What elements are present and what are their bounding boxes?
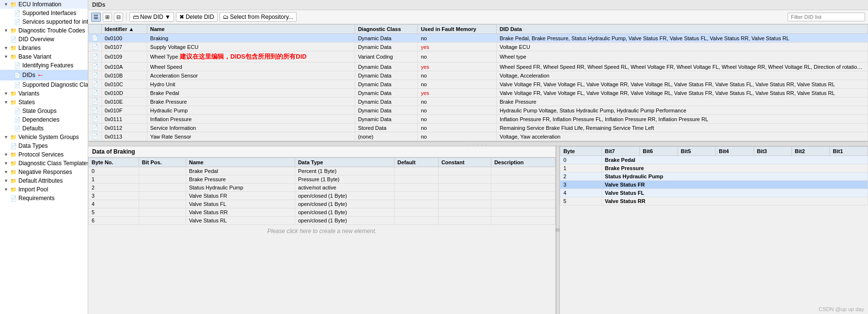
col-description[interactable]: Description — [491, 158, 555, 167]
col-data-type[interactable]: Data Type — [295, 158, 394, 167]
data-table-row[interactable]: 6Valve Status RLopen/closed (1 Byte) — [89, 217, 555, 225]
bit-table-row[interactable]: 0Brake Pedal — [560, 156, 868, 164]
col-bit5[interactable]: Bit5 — [678, 147, 715, 156]
col-bit3[interactable]: Bit3 — [754, 147, 791, 156]
data-cell-bit — [139, 217, 186, 225]
row-fault-memory: yes — [418, 89, 497, 97]
data-cell-byte: 5 — [89, 208, 139, 217]
table-row[interactable]: 📄0x0100BrakingDynamic DatanoBrake Pedal,… — [89, 34, 868, 43]
bit-table-row[interactable]: 4Valve Status FL — [560, 189, 868, 197]
sidebar-item-negative-responses[interactable]: ▼📁Negative Responses — [0, 168, 88, 176]
view-grid-btn[interactable]: ⊞ — [103, 13, 112, 22]
table-row[interactable]: 📄0x0111Inflation PressureDynamic DatanoI… — [89, 115, 868, 124]
sidebar-item-supported-interfaces[interactable]: 📄Supported Interfaces — [0, 9, 88, 17]
main-panel: DIDs ☰ ⊞ ⊟ 🗃 New DID ▼ ✖ Delete DID 🗂 Se… — [88, 0, 868, 314]
view-list-btn[interactable]: ☰ — [91, 13, 101, 22]
bit-table-row[interactable]: 3Valve Status FR — [560, 181, 868, 189]
new-did-btn[interactable]: 🗃 New DID ▼ — [129, 12, 174, 22]
col-did-data[interactable]: DID Data — [496, 25, 868, 34]
bit-table-row[interactable]: 5Valve Status RR — [560, 197, 868, 205]
sidebar-item-vehicle-system-groups[interactable]: ▼📁Vehicle System Groups — [0, 133, 88, 141]
bit-table-row[interactable]: 2Status Hydraulic Pump — [560, 173, 868, 181]
col-identifier[interactable]: Identifier ▲ — [102, 25, 147, 34]
table-row[interactable]: 📄0x010CHydro UnitDynamic DatanoValve Vol… — [89, 80, 868, 89]
sidebar-item-dependencies[interactable]: 📄Dependencies — [0, 115, 88, 124]
filter-input[interactable] — [788, 13, 865, 21]
sidebar-item-data-types[interactable]: 📄Data Types — [0, 141, 88, 150]
sidebar-label-vehicle-system-groups: Vehicle System Groups — [18, 134, 79, 141]
sidebar-label-ecu-info: ECU Information — [18, 1, 62, 8]
table-row[interactable]: 📄0x0112Service InformationStored DatanoR… — [89, 124, 868, 132]
sidebar-item-supported-diag-classes[interactable]: 📄Supported Diagnostic Classes — [0, 80, 88, 89]
col-bit4[interactable]: Bit4 — [716, 147, 754, 156]
sidebar-item-diagnostic-class-templates[interactable]: ▼📁Diagnostic Class Templates — [0, 159, 88, 168]
repo-icon: 🗂 — [223, 14, 229, 20]
data-panel-table: Byte No. Bit Pos. Name Data Type Default… — [88, 157, 555, 314]
bit-byte: 3 — [560, 181, 602, 189]
col-default[interactable]: Default — [395, 158, 439, 167]
col-bit7[interactable]: Bit7 — [601, 147, 639, 156]
data-table-row[interactable]: 0Brake PedalPercent (1 Byte) — [89, 167, 555, 175]
sidebar-item-requirements[interactable]: 📄Requirements — [0, 194, 88, 203]
delete-icon: ✖ — [179, 14, 184, 20]
row-did-data: Brake Pressure — [496, 97, 868, 106]
table-row[interactable]: 📄0x0109Wheel Type 建议在这里编辑，DIDS包含所用到的所有DI… — [89, 51, 868, 63]
col-bit-pos[interactable]: Bit Pos. — [139, 158, 186, 167]
table-row[interactable]: 📄0x010DBrake PedalDynamic DatayesValve V… — [89, 89, 868, 97]
row-fault-memory: no — [418, 51, 497, 63]
table-row[interactable]: 📄0x010FHydraulic PumpDynamic DatanoHydra… — [89, 106, 868, 115]
col-bit1[interactable]: Bit1 — [830, 147, 868, 156]
table-row[interactable]: 📄0x0107Supply Voltage ECUDynamic Datayes… — [89, 43, 868, 51]
row-name: Brake Pedal — [147, 89, 355, 97]
table-row[interactable]: 📄0x010EBrake PressureDynamic DatanoBrake… — [89, 97, 868, 106]
col-constant[interactable]: Constant — [438, 158, 491, 167]
delete-did-btn[interactable]: ✖ Delete DID — [176, 12, 218, 22]
sidebar-item-defaults[interactable]: 📄Defaults — [0, 124, 88, 133]
col-bit6[interactable]: Bit6 — [640, 147, 678, 156]
data-panel-title: Data of Braking — [88, 146, 555, 157]
sidebar-item-dids[interactable]: 📄DIDs ← — [0, 70, 88, 80]
select-repo-btn[interactable]: 🗂 Select from Repository... — [220, 12, 297, 22]
watermark: CSDN @up up day — [819, 306, 864, 312]
bit-name: Valve Status FL — [601, 189, 868, 197]
col-data-name[interactable]: Name — [186, 158, 295, 167]
sidebar-item-identifying-features[interactable]: 📄Identifying Features — [0, 61, 88, 70]
sidebar-item-ecu-info[interactable]: ▼📁ECU Information — [0, 0, 88, 9]
col-byte[interactable]: Byte — [560, 147, 602, 156]
sidebar-item-variants[interactable]: ▼📁Variants — [0, 89, 88, 98]
table-row[interactable]: 📄0x0113Yaw Rate Sensor(none)noVoltage, Y… — [89, 132, 868, 141]
vertical-resizer[interactable]: ||| — [556, 146, 560, 314]
table-row[interactable]: 📄0x010BAcceleration SensorDynamic Datano… — [89, 71, 868, 80]
sidebar-item-default-attributes[interactable]: ▼📁Default Attributes — [0, 176, 88, 185]
data-cell-data_type: open/closed (1 Byte) — [295, 208, 394, 217]
horizontal-resizer[interactable]: · · · · · — [88, 141, 868, 146]
sidebar-item-import-pool[interactable]: ▼📁Import Pool — [0, 185, 88, 194]
bit-table-row[interactable]: 1Brake Pressure — [560, 164, 868, 173]
col-diag-class[interactable]: Diagnostic Class — [355, 25, 418, 34]
data-table-row[interactable]: 5Valve Status RRopen/closed (1 Byte) — [89, 208, 555, 217]
sidebar: ▼📁ECU Information📄Supported Interfaces📄S… — [0, 0, 88, 314]
sidebar-item-base-variant[interactable]: ▼📁Base Variant — [0, 52, 88, 61]
data-table-row[interactable]: 3Valve Status FRopen/closed (1 Byte) — [89, 192, 555, 200]
sidebar-item-services-supported[interactable]: 📄Services supported for interfa — [0, 17, 88, 26]
col-byte-no[interactable]: Byte No. — [89, 158, 139, 167]
row-did-data: Valve Voltage FR, Valve Voltage FL, Valv… — [496, 80, 868, 89]
view-split-btn[interactable]: ⊟ — [114, 13, 123, 22]
sidebar-label-requirements: Requirements — [18, 195, 55, 202]
col-fault-memory[interactable]: Used in Fault Memory — [418, 25, 497, 34]
sidebar-item-libraries[interactable]: ▼📁Libraries — [0, 44, 88, 52]
col-bit2[interactable]: Bit2 — [792, 147, 830, 156]
sidebar-item-diagnostic-trouble[interactable]: ▼📁Diagnostic Trouble Codes — [0, 26, 88, 35]
sidebar-item-state-groups[interactable]: 📄State Groups — [0, 107, 88, 115]
col-name[interactable]: Name — [147, 25, 355, 34]
sidebar-item-protocol-services[interactable]: ▼📁Protocol Services — [0, 150, 88, 159]
sidebar-item-did-overview[interactable]: 📄DID Overview — [0, 35, 88, 44]
data-table-row[interactable]: 1Brake PressurePressure (1 Byte) — [89, 175, 555, 184]
new-element-hint[interactable]: Please click here to create a new elemen… — [88, 225, 555, 237]
data-table-row[interactable]: 4Valve Status FLopen/closed (1 Byte) — [89, 200, 555, 208]
table-row[interactable]: 📄0x010AWheel SpeedDynamic DatayesWheel S… — [89, 63, 868, 71]
data-table-row[interactable]: 2Status Hydraulic Pumpactive/not active — [89, 184, 555, 192]
tree-icon-vehicle-system-groups: 📁 — [10, 134, 17, 141]
sidebar-item-states[interactable]: ▼📁States — [0, 98, 88, 107]
row-fault-memory: yes — [418, 43, 497, 51]
